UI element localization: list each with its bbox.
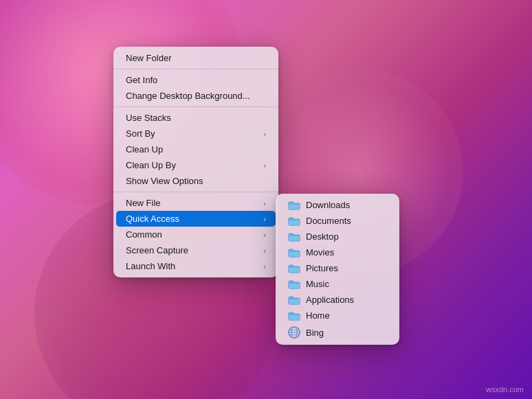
menu-item-use-stacks[interactable]: Use Stacks <box>116 110 276 126</box>
menu-item-common[interactable]: Common › <box>116 227 276 242</box>
submenu-item-music[interactable]: Music <box>278 276 397 292</box>
watermark: wsxdn.com <box>486 385 524 394</box>
menu-item-quick-access[interactable]: Quick Access › <box>116 211 276 227</box>
separator-1 <box>113 69 278 69</box>
folder-icon <box>288 201 300 210</box>
menu-item-screen-capture[interactable]: Screen Capture › <box>116 242 276 258</box>
chevron-icon: › <box>263 247 266 255</box>
menu-item-show-view-options[interactable]: Show View Options <box>116 173 276 189</box>
chevron-icon: › <box>263 199 266 207</box>
context-menu: New Folder Get Info Change Desktop Backg… <box>113 47 278 277</box>
submenu-item-documents[interactable]: Documents <box>278 213 397 229</box>
submenu-item-pictures[interactable]: Pictures <box>278 260 397 276</box>
menu-item-clean-up-by[interactable]: Clean Up By › <box>116 157 276 173</box>
quick-access-submenu: Downloads Documents Desktop <box>276 194 399 345</box>
menu-item-new-folder[interactable]: New Folder <box>116 50 276 66</box>
context-menus-wrapper: New Folder Get Info Change Desktop Backg… <box>113 47 278 277</box>
folder-icon <box>288 232 300 242</box>
separator-2 <box>113 106 278 107</box>
folder-icon <box>288 295 300 305</box>
chevron-icon: › <box>263 215 266 223</box>
submenu-item-home[interactable]: Home <box>278 308 397 323</box>
menu-item-get-info[interactable]: Get Info <box>116 72 276 88</box>
submenu-item-applications[interactable]: Applications <box>278 292 397 308</box>
submenu-item-bing[interactable]: Bing <box>278 323 397 341</box>
submenu-item-downloads[interactable]: Downloads <box>278 197 397 213</box>
folder-icon <box>288 248 300 258</box>
menu-item-new-file[interactable]: New File › <box>116 195 276 211</box>
submenu-item-movies[interactable]: Movies <box>278 244 397 260</box>
globe-icon <box>288 326 300 339</box>
folder-icon <box>288 280 300 289</box>
folder-icon <box>288 216 300 226</box>
chevron-icon: › <box>263 161 266 170</box>
folder-icon <box>288 264 300 273</box>
chevron-icon: › <box>263 130 266 138</box>
menu-item-launch-with[interactable]: Launch With › <box>116 258 276 274</box>
menu-item-change-bg[interactable]: Change Desktop Background... <box>116 88 276 104</box>
separator-3 <box>113 192 278 192</box>
chevron-icon: › <box>263 231 266 239</box>
submenu-item-desktop[interactable]: Desktop <box>278 229 397 244</box>
menu-item-clean-up[interactable]: Clean Up <box>116 141 276 157</box>
folder-icon <box>288 311 300 321</box>
chevron-icon: › <box>263 262 266 271</box>
menu-item-sort-by[interactable]: Sort By › <box>116 126 276 141</box>
